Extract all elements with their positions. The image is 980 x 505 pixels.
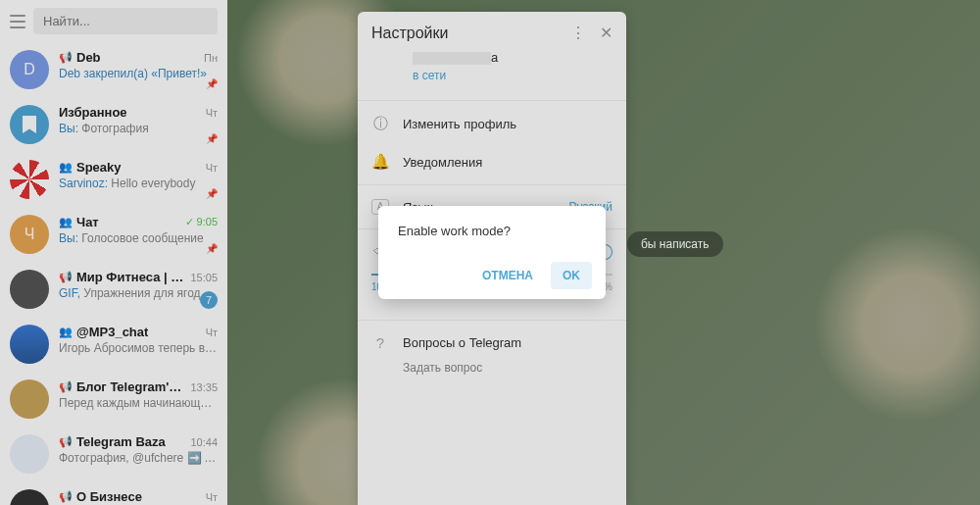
cancel-button[interactable]: ОТМЕНА — [470, 262, 545, 289]
ok-button[interactable]: OK — [551, 262, 592, 289]
confirm-modal: Enable work mode? ОТМЕНА OK — [378, 206, 606, 299]
modal-message: Enable work mode? — [392, 224, 592, 238]
